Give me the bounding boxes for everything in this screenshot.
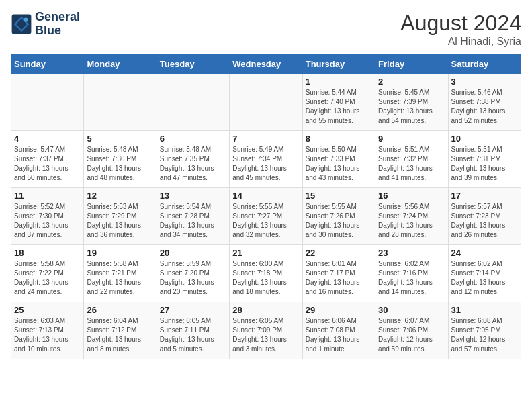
day-info: Sunrise: 5:44 AM Sunset: 7:40 PM Dayligh… [306, 88, 372, 126]
calendar-day-cell: 24Sunrise: 6:02 AM Sunset: 7:14 PM Dayli… [448, 245, 521, 302]
day-info: Sunrise: 5:47 AM Sunset: 7:37 PM Dayligh… [14, 145, 81, 183]
calendar-day-cell [157, 74, 229, 131]
calendar-header-row: SundayMondayTuesdayWednesdayThursdayFrid… [11, 55, 521, 74]
calendar-day-cell: 10Sunrise: 5:51 AM Sunset: 7:31 PM Dayli… [448, 131, 521, 188]
calendar-day-cell: 4Sunrise: 5:47 AM Sunset: 7:37 PM Daylig… [11, 131, 84, 188]
day-info: Sunrise: 6:02 AM Sunset: 7:16 PM Dayligh… [378, 259, 445, 297]
calendar-day-cell: 17Sunrise: 5:57 AM Sunset: 7:23 PM Dayli… [448, 188, 521, 245]
day-info: Sunrise: 6:01 AM Sunset: 7:17 PM Dayligh… [306, 259, 372, 297]
calendar-week-row: 1Sunrise: 5:44 AM Sunset: 7:40 PM Daylig… [11, 74, 521, 131]
calendar-day-cell: 29Sunrise: 6:06 AM Sunset: 7:08 PM Dayli… [302, 302, 375, 359]
day-info: Sunrise: 5:57 AM Sunset: 7:23 PM Dayligh… [451, 202, 518, 240]
calendar-day-cell: 22Sunrise: 6:01 AM Sunset: 7:17 PM Dayli… [302, 245, 375, 302]
day-info: Sunrise: 5:51 AM Sunset: 7:32 PM Dayligh… [378, 145, 445, 183]
day-info: Sunrise: 5:48 AM Sunset: 7:36 PM Dayligh… [87, 145, 153, 183]
day-info: Sunrise: 5:52 AM Sunset: 7:30 PM Dayligh… [14, 202, 81, 240]
calendar-day-cell: 7Sunrise: 5:49 AM Sunset: 7:34 PM Daylig… [230, 131, 302, 188]
day-number: 6 [160, 134, 226, 144]
day-number: 9 [378, 134, 445, 144]
calendar-day-cell: 27Sunrise: 6:05 AM Sunset: 7:11 PM Dayli… [157, 302, 229, 359]
day-number: 30 [378, 305, 445, 315]
calendar-day-cell: 26Sunrise: 6:04 AM Sunset: 7:12 PM Dayli… [84, 302, 157, 359]
page-header: General Blue August 2024 Al Hinadi, Syri… [11, 11, 521, 48]
calendar-week-row: 11Sunrise: 5:52 AM Sunset: 7:30 PM Dayli… [11, 188, 521, 245]
day-of-week-header: Tuesday [157, 55, 229, 74]
day-number: 19 [87, 248, 153, 258]
day-number: 21 [232, 248, 299, 258]
calendar-day-cell: 9Sunrise: 5:51 AM Sunset: 7:32 PM Daylig… [375, 131, 448, 188]
day-number: 12 [87, 191, 153, 201]
day-info: Sunrise: 5:54 AM Sunset: 7:28 PM Dayligh… [160, 202, 226, 240]
day-number: 3 [451, 77, 518, 87]
day-number: 13 [160, 191, 226, 201]
calendar-week-row: 18Sunrise: 5:58 AM Sunset: 7:22 PM Dayli… [11, 245, 521, 302]
day-info: Sunrise: 5:53 AM Sunset: 7:29 PM Dayligh… [87, 202, 153, 240]
day-info: Sunrise: 6:05 AM Sunset: 7:11 PM Dayligh… [160, 316, 226, 354]
calendar-day-cell: 28Sunrise: 6:05 AM Sunset: 7:09 PM Dayli… [230, 302, 302, 359]
day-number: 25 [14, 305, 81, 315]
location: Al Hinadi, Syria [400, 36, 521, 48]
calendar-week-row: 4Sunrise: 5:47 AM Sunset: 7:37 PM Daylig… [11, 131, 521, 188]
day-info: Sunrise: 5:46 AM Sunset: 7:38 PM Dayligh… [451, 88, 518, 126]
calendar-day-cell: 1Sunrise: 5:44 AM Sunset: 7:40 PM Daylig… [302, 74, 375, 131]
day-number: 11 [14, 191, 81, 201]
day-number: 2 [378, 77, 445, 87]
day-number: 17 [451, 191, 518, 201]
day-number: 8 [306, 134, 372, 144]
logo-icon [11, 13, 32, 35]
day-number: 24 [451, 248, 518, 258]
title-area: August 2024 Al Hinadi, Syria [400, 11, 521, 48]
calendar-day-cell [84, 74, 157, 131]
day-info: Sunrise: 6:07 AM Sunset: 7:06 PM Dayligh… [378, 316, 445, 354]
day-number: 15 [306, 191, 372, 201]
day-info: Sunrise: 6:02 AM Sunset: 7:14 PM Dayligh… [451, 259, 518, 297]
day-of-week-header: Wednesday [230, 55, 302, 74]
calendar-day-cell: 16Sunrise: 5:56 AM Sunset: 7:24 PM Dayli… [375, 188, 448, 245]
calendar-day-cell [230, 74, 302, 131]
calendar-day-cell: 14Sunrise: 5:55 AM Sunset: 7:27 PM Dayli… [230, 188, 302, 245]
day-info: Sunrise: 5:51 AM Sunset: 7:31 PM Dayligh… [451, 145, 518, 183]
calendar-day-cell: 12Sunrise: 5:53 AM Sunset: 7:29 PM Dayli… [84, 188, 157, 245]
calendar-day-cell: 6Sunrise: 5:48 AM Sunset: 7:35 PM Daylig… [157, 131, 229, 188]
day-info: Sunrise: 6:03 AM Sunset: 7:13 PM Dayligh… [14, 316, 81, 354]
day-info: Sunrise: 5:55 AM Sunset: 7:27 PM Dayligh… [232, 202, 299, 240]
day-info: Sunrise: 5:58 AM Sunset: 7:21 PM Dayligh… [87, 259, 153, 297]
calendar-table: SundayMondayTuesdayWednesdayThursdayFrid… [11, 54, 521, 359]
day-number: 20 [160, 248, 226, 258]
svg-point-3 [24, 17, 28, 21]
day-of-week-header: Saturday [448, 55, 521, 74]
day-number: 1 [306, 77, 372, 87]
calendar-day-cell: 31Sunrise: 6:08 AM Sunset: 7:05 PM Dayli… [448, 302, 521, 359]
day-info: Sunrise: 6:00 AM Sunset: 7:18 PM Dayligh… [232, 259, 299, 297]
calendar-day-cell: 23Sunrise: 6:02 AM Sunset: 7:16 PM Dayli… [375, 245, 448, 302]
calendar-day-cell: 15Sunrise: 5:55 AM Sunset: 7:26 PM Dayli… [302, 188, 375, 245]
day-info: Sunrise: 5:50 AM Sunset: 7:33 PM Dayligh… [306, 145, 372, 183]
day-info: Sunrise: 6:04 AM Sunset: 7:12 PM Dayligh… [87, 316, 153, 354]
day-info: Sunrise: 5:58 AM Sunset: 7:22 PM Dayligh… [14, 259, 81, 297]
day-info: Sunrise: 6:05 AM Sunset: 7:09 PM Dayligh… [232, 316, 299, 354]
calendar-day-cell: 5Sunrise: 5:48 AM Sunset: 7:36 PM Daylig… [84, 131, 157, 188]
calendar-day-cell: 8Sunrise: 5:50 AM Sunset: 7:33 PM Daylig… [302, 131, 375, 188]
day-number: 7 [232, 134, 299, 144]
day-info: Sunrise: 5:59 AM Sunset: 7:20 PM Dayligh… [160, 259, 226, 297]
day-of-week-header: Friday [375, 55, 448, 74]
calendar-day-cell: 13Sunrise: 5:54 AM Sunset: 7:28 PM Dayli… [157, 188, 229, 245]
day-info: Sunrise: 5:56 AM Sunset: 7:24 PM Dayligh… [378, 202, 445, 240]
day-of-week-header: Sunday [11, 55, 84, 74]
day-number: 27 [160, 305, 226, 315]
day-info: Sunrise: 6:06 AM Sunset: 7:08 PM Dayligh… [306, 316, 372, 354]
day-info: Sunrise: 5:49 AM Sunset: 7:34 PM Dayligh… [232, 145, 299, 183]
day-number: 26 [87, 305, 153, 315]
calendar-day-cell: 19Sunrise: 5:58 AM Sunset: 7:21 PM Dayli… [84, 245, 157, 302]
calendar-day-cell: 21Sunrise: 6:00 AM Sunset: 7:18 PM Dayli… [230, 245, 302, 302]
day-number: 14 [232, 191, 299, 201]
day-number: 16 [378, 191, 445, 201]
day-number: 18 [14, 248, 81, 258]
day-info: Sunrise: 6:08 AM Sunset: 7:05 PM Dayligh… [451, 316, 518, 354]
day-of-week-header: Monday [84, 55, 157, 74]
calendar-day-cell: 2Sunrise: 5:45 AM Sunset: 7:39 PM Daylig… [375, 74, 448, 131]
calendar-week-row: 25Sunrise: 6:03 AM Sunset: 7:13 PM Dayli… [11, 302, 521, 359]
day-number: 22 [306, 248, 372, 258]
day-number: 29 [306, 305, 372, 315]
calendar-day-cell [11, 74, 84, 131]
